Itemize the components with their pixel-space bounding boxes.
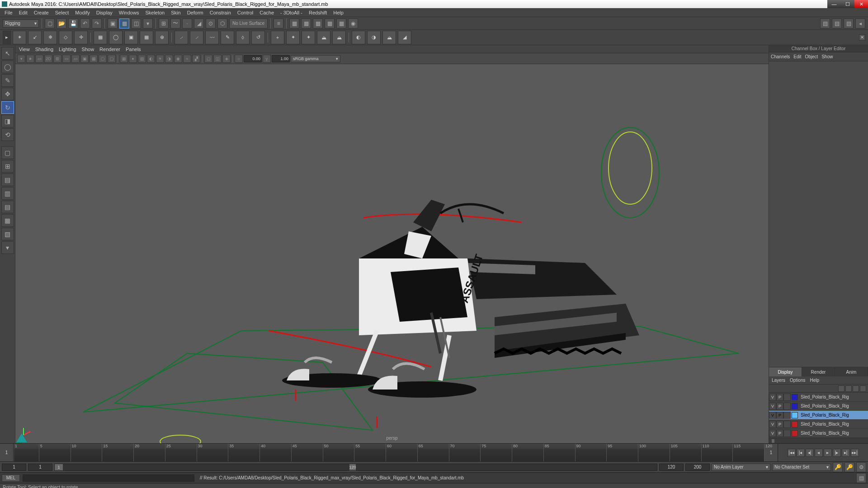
step-forward-frame-button[interactable]: |▸	[833, 449, 841, 457]
hypershade-icon[interactable]: ▦	[325, 19, 335, 28]
two-view-v-icon[interactable]: ▥	[1, 187, 14, 200]
vp-wireframe-icon[interactable]: ▦	[120, 55, 128, 63]
undo-icon[interactable]: ↶	[80, 19, 90, 28]
step-back-frame-button[interactable]: ◂|	[806, 449, 814, 457]
workspace-selector[interactable]: Rigging▾	[3, 19, 39, 28]
hypergraph-layout-icon[interactable]: ▧	[1, 228, 14, 240]
vp-camera-select-icon[interactable]: ▾	[17, 55, 25, 63]
menu-cache[interactable]: Cache	[257, 9, 277, 16]
layer-icon-new-empty[interactable]	[853, 385, 859, 392]
more-layout-icon[interactable]: ▾	[1, 241, 14, 254]
layer-visibility-toggle[interactable]: V	[769, 412, 776, 419]
menu-select[interactable]: Select	[52, 9, 72, 16]
step-forward-key-button[interactable]: ▸|	[842, 449, 850, 457]
open-scene-icon[interactable]: 📂	[57, 19, 66, 28]
move-tool-icon[interactable]: ✥	[1, 88, 14, 100]
layer-menu-options[interactable]: Options	[790, 378, 805, 383]
shelf-scale-constraint-icon[interactable]: ⛰	[317, 31, 330, 44]
two-view-h-icon[interactable]: ▤	[1, 174, 14, 186]
cb-menu-object[interactable]: Object	[805, 54, 818, 59]
snap-center-icon[interactable]: ⊙	[206, 19, 216, 28]
vp-gate-mask-icon[interactable]: ▣	[80, 55, 89, 63]
vp-image-plane-icon[interactable]: ▭	[35, 55, 43, 63]
paint-select-tool-icon[interactable]: ✎	[1, 74, 14, 87]
layer-type-toggle[interactable]	[783, 430, 791, 437]
vp-menu-view[interactable]: View	[19, 47, 30, 52]
snap-plane-icon[interactable]: ◢	[194, 19, 204, 28]
shelf-snap-icon[interactable]: ✶	[13, 31, 26, 44]
lasso-tool-icon[interactable]: ◯	[1, 61, 14, 73]
vp-gamma-input[interactable]	[272, 55, 290, 62]
vp-motion-blur-icon[interactable]: ≈	[183, 55, 191, 63]
shelf-lattice-icon[interactable]: ▦	[140, 31, 153, 44]
vp-safe-title-icon[interactable]: ▢	[108, 55, 116, 63]
shelf-sphere-joint-icon[interactable]: ◯	[109, 31, 123, 44]
cb-menu-channels[interactable]: Channels	[771, 54, 790, 59]
layer-playback-toggle[interactable]: P	[776, 394, 783, 401]
layer-row[interactable]: VPSled_Polaris_Black_Rig	[769, 393, 868, 402]
shelf-blend-shape-icon[interactable]: ◐	[352, 31, 365, 44]
playback-start-input[interactable]	[28, 464, 52, 471]
snap-live-icon[interactable]: ⬡	[217, 19, 227, 28]
shelf-mirror-joint-icon[interactable]: ◊	[236, 31, 250, 44]
menu-display[interactable]: Display	[94, 9, 115, 16]
select-tool-icon[interactable]: ↖	[1, 47, 14, 60]
layout-icon-3[interactable]: ▤	[844, 19, 854, 28]
layer-type-toggle[interactable]	[783, 394, 791, 401]
history-toggle-icon[interactable]: ≡	[274, 19, 283, 28]
menu-create[interactable]: Create	[31, 9, 52, 16]
vp-xray-icon[interactable]: ◫	[213, 55, 222, 63]
vp-2d-icon[interactable]: 2D	[44, 55, 52, 63]
shelf-joint-icon[interactable]: ⟋	[175, 31, 188, 44]
command-input[interactable]	[23, 474, 194, 482]
vp-menu-renderer[interactable]: Renderer	[99, 47, 120, 52]
menu-file[interactable]: File	[2, 9, 15, 16]
shelf-curve-icon[interactable]: ↙	[28, 31, 42, 44]
shelf-bind-skin-icon[interactable]: 〰	[205, 31, 219, 44]
scale-tool-icon[interactable]: ◨	[1, 115, 14, 127]
vp-grid-icon[interactable]: ⊞	[53, 55, 61, 63]
vp-film-gate-icon[interactable]: ▭	[62, 55, 71, 63]
shelf-aim-constraint-icon[interactable]: ⛰	[332, 31, 346, 44]
redo-icon[interactable]: ↷	[92, 19, 102, 28]
vp-menu-shading[interactable]: Shading	[35, 47, 53, 52]
layer-color-swatch[interactable]	[792, 412, 798, 418]
vp-isolate-icon[interactable]: ▢	[204, 55, 212, 63]
menu-dtoall[interactable]: - 3DtoAll -	[278, 9, 305, 16]
vp-shaded-icon[interactable]: ●	[129, 55, 137, 63]
menu-constrain[interactable]: Constrain	[207, 9, 234, 16]
render-settings-icon[interactable]: ▦	[313, 19, 323, 28]
cb-menu-show[interactable]: Show	[821, 54, 833, 59]
layer-visibility-toggle[interactable]: V	[769, 430, 776, 437]
layout-icon-2[interactable]: ▤	[832, 19, 842, 28]
shelf-cube-joint-icon[interactable]: ▣	[124, 31, 138, 44]
vp-gamma-icon[interactable]: γ	[263, 55, 271, 63]
layer-visibility-toggle[interactable]: V	[769, 403, 776, 410]
playblast-icon[interactable]: ▦	[336, 19, 346, 28]
layer-color-swatch[interactable]	[792, 421, 798, 427]
go-to-end-button[interactable]: ▸▸|	[851, 449, 859, 457]
rotate-tool-icon[interactable]: ↻	[1, 101, 14, 114]
character-set-select[interactable]: No Character Set▾	[772, 464, 831, 471]
select-mode-hierarchy-icon[interactable]: ▦	[119, 19, 129, 28]
menu-windows[interactable]: Windows	[116, 9, 142, 16]
anim-start-input[interactable]	[2, 464, 26, 471]
layer-icon-movedown[interactable]	[838, 385, 844, 392]
snap-point-icon[interactable]: ·	[182, 19, 192, 28]
menu-control[interactable]: Control	[235, 9, 256, 16]
menu-edit[interactable]: Edit	[16, 9, 30, 16]
menu-deform[interactable]: Deform	[184, 9, 206, 16]
play-back-button[interactable]: ◂	[815, 449, 823, 457]
layer-tab-render[interactable]: Render	[802, 367, 835, 376]
vp-res-gate-icon[interactable]: ▭	[71, 55, 80, 63]
time-slider[interactable]: 1 15101520253035404550556065707580859095…	[0, 443, 868, 461]
menu-modify[interactable]: Modify	[72, 9, 92, 16]
shelf-wrap-icon[interactable]: ◑	[367, 31, 381, 44]
shelf-sculpt-icon[interactable]: ◢	[398, 31, 411, 44]
vp-aa-icon[interactable]: ▞	[192, 55, 200, 63]
vp-menu-lighting[interactable]: Lighting	[59, 47, 76, 52]
cb-menu-edit[interactable]: Edit	[793, 54, 801, 59]
auto-key-button[interactable]: 🔑	[833, 462, 843, 472]
layer-color-swatch[interactable]	[792, 394, 798, 400]
render-view-icon[interactable]: ◉	[348, 19, 358, 28]
